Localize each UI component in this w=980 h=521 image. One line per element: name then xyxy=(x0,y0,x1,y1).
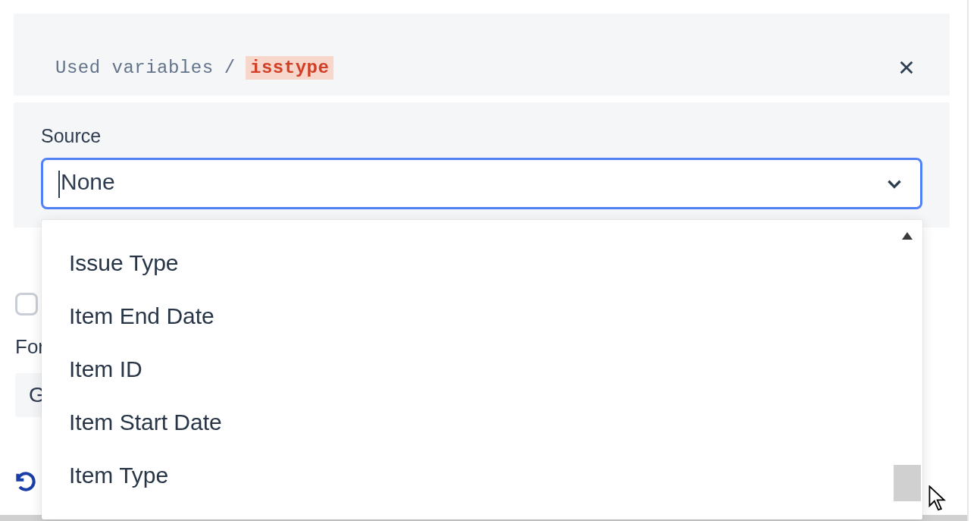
source-select-value: None xyxy=(58,169,884,197)
close-button[interactable] xyxy=(895,56,918,79)
source-selected-text: None xyxy=(61,169,115,194)
source-panel: Source None xyxy=(14,102,950,228)
undo-icon xyxy=(14,469,38,493)
dropdown-option-item-type[interactable]: Item Type xyxy=(42,449,891,502)
close-icon xyxy=(898,59,915,76)
window-scrollbar[interactable] xyxy=(967,0,980,521)
mouse-cursor xyxy=(928,485,949,516)
source-dropdown: Issue Type Item End Date Item ID Item St… xyxy=(42,220,922,519)
dropdown-scrollbar[interactable] xyxy=(892,220,922,519)
checkbox[interactable] xyxy=(15,293,38,315)
source-select[interactable]: None xyxy=(41,158,922,209)
breadcrumb-variable[interactable]: isstype xyxy=(246,56,333,80)
breadcrumb-panel: Used variables / isstype xyxy=(14,14,950,96)
breadcrumb-separator: / xyxy=(224,58,235,78)
dropdown-option-issue-type[interactable]: Issue Type xyxy=(42,237,891,290)
breadcrumb: Used variables / isstype xyxy=(55,56,333,80)
svg-marker-2 xyxy=(902,232,913,240)
reset-button[interactable] xyxy=(14,469,38,496)
text-cursor xyxy=(58,171,60,198)
dropdown-listbox: Issue Type Item End Date Item ID Item St… xyxy=(42,220,891,519)
dropdown-option-item-id[interactable]: Item ID xyxy=(42,343,891,396)
breadcrumb-root[interactable]: Used variables xyxy=(55,58,214,78)
dropdown-option-item-start-date[interactable]: Item Start Date xyxy=(42,396,891,449)
dropdown-option-item-end-date[interactable]: Item End Date xyxy=(42,290,891,343)
chevron-down-icon xyxy=(884,173,905,194)
scroll-up-arrow-icon[interactable] xyxy=(902,229,913,243)
format-label-partial: For xyxy=(15,335,45,359)
source-label: Source xyxy=(41,125,922,147)
scrollbar-thumb[interactable] xyxy=(894,465,921,501)
